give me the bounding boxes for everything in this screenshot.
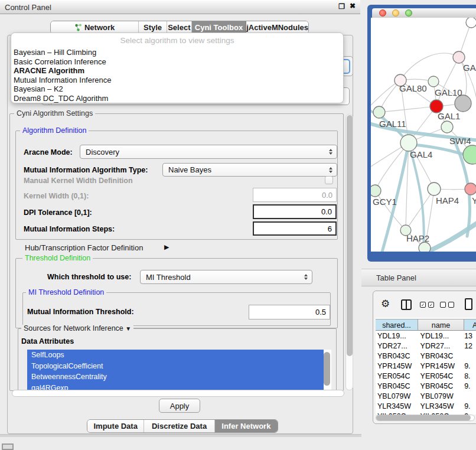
sources-collapse-arrow-icon: ▼ bbox=[125, 325, 131, 332]
file-icon[interactable] bbox=[465, 298, 472, 310]
network-node[interactable] bbox=[441, 121, 453, 133]
network-edge[interactable] bbox=[400, 53, 459, 80]
network-node[interactable] bbox=[453, 51, 465, 63]
network-edge[interactable] bbox=[379, 106, 436, 112]
mi-steps-field[interactable]: 6 bbox=[253, 221, 337, 236]
data-attribute-item[interactable]: gal4RGexp bbox=[27, 383, 324, 391]
table-column-header[interactable]: shared... bbox=[376, 319, 418, 331]
mi-type-combo[interactable]: Naive Bayes bbox=[162, 163, 337, 177]
tab-cyni-toolbox[interactable]: Cyni Toolbox bbox=[192, 21, 247, 34]
network-node[interactable] bbox=[428, 76, 439, 87]
zoom-traffic-light-icon[interactable] bbox=[405, 9, 412, 17]
split-columns-icon[interactable] bbox=[401, 299, 412, 310]
tab-network[interactable]: Network bbox=[51, 21, 139, 34]
float-window-icon[interactable]: ❐ bbox=[338, 2, 345, 11]
sources-title-text: Sources for Network Inference bbox=[24, 324, 123, 332]
settings-vertical-scrollbar-thumb[interactable] bbox=[347, 115, 353, 356]
tab-infer-network[interactable]: Infer Network bbox=[215, 420, 278, 432]
hub-section-label[interactable]: Hub/Transcription Factor Definition bbox=[25, 243, 143, 252]
algorithm-option[interactable]: ARACNE Algorithm bbox=[11, 66, 343, 76]
algorithm-option[interactable]: Mutual Information Inference bbox=[11, 76, 343, 85]
network-node[interactable] bbox=[419, 242, 431, 252]
data-attributes-list[interactable]: SelfLoopsTopologicalCoefficientBetweenne… bbox=[27, 350, 331, 390]
table-row[interactable]: YLR345WYLR345W9. bbox=[376, 402, 476, 412]
table-cell: 9. bbox=[464, 381, 476, 392]
data-attribute-item[interactable]: TopologicalCoefficient bbox=[27, 361, 324, 372]
tab-style[interactable]: Style bbox=[139, 21, 167, 34]
table-cell: YBR043C bbox=[376, 351, 418, 361]
node-label: HAP2 bbox=[406, 233, 429, 243]
tab-label: Cyni Toolbox bbox=[195, 23, 243, 32]
algorithm-popup-prompt: Select algorithm to view settings bbox=[11, 33, 343, 48]
table-row[interactable]: YPR145WYPR145W9. bbox=[376, 361, 476, 371]
close-traffic-light-icon[interactable] bbox=[379, 9, 386, 17]
which-threshold-value: MI Threshold bbox=[146, 273, 191, 282]
apply-button-label: Apply bbox=[170, 402, 190, 410]
tab-label: Style bbox=[144, 23, 162, 32]
network-edge[interactable] bbox=[436, 57, 459, 106]
select-all-checks-icon[interactable]: ✓ ✓ bbox=[420, 302, 434, 308]
minimize-traffic-light-icon[interactable] bbox=[392, 9, 399, 17]
network-node[interactable] bbox=[455, 95, 471, 112]
table-cell: 8. bbox=[464, 371, 476, 381]
network-node[interactable] bbox=[371, 185, 381, 197]
tab-select[interactable]: Select bbox=[167, 21, 192, 34]
kernel-width-field[interactable]: 0.0 bbox=[253, 188, 337, 202]
manual-kernel-checkbox[interactable] bbox=[325, 176, 333, 184]
network-node[interactable] bbox=[466, 18, 476, 28]
tab-label: Discretize Data bbox=[152, 422, 207, 431]
table-row[interactable]: YDL19...YDL19...13 bbox=[376, 331, 476, 341]
close-window-icon[interactable]: ✖ bbox=[350, 2, 356, 10]
table-body: YDL19...YDL19...13YDR27...YDR27...12YBR0… bbox=[376, 331, 476, 415]
table-cell: YPR145W bbox=[418, 361, 464, 371]
table-column-header[interactable]: A bbox=[464, 319, 476, 331]
table-row[interactable]: YBR045CYBR045C9. bbox=[376, 381, 476, 392]
tab-discretize-data[interactable]: Discretize Data bbox=[144, 420, 214, 432]
network-node[interactable] bbox=[465, 183, 476, 195]
network-canvas[interactable]: GALGAL80GAL10GAL1GAL11SWI4GAL4GCY1HAP4YH… bbox=[371, 18, 476, 252]
node-label: HAP4 bbox=[436, 195, 459, 206]
table-cell: YDR27... bbox=[418, 341, 464, 351]
apply-button[interactable]: Apply bbox=[159, 399, 200, 413]
aracne-mode-combo[interactable]: Discovery bbox=[80, 145, 337, 159]
aracne-mode-value: Discovery bbox=[86, 148, 119, 156]
checked-box-icon: ✓ bbox=[420, 302, 426, 308]
table-row[interactable]: YBR043CYBR043C bbox=[376, 351, 476, 361]
hub-expand-arrow-icon[interactable]: ▶ bbox=[164, 243, 169, 251]
tab-impute-data[interactable]: Impute Data bbox=[87, 420, 144, 432]
data-attribute-item[interactable]: BetweennessCentrality bbox=[27, 371, 324, 383]
tab-jactivemnodules[interactable]: jActiveMNodules bbox=[246, 21, 308, 34]
network-node[interactable] bbox=[400, 135, 417, 151]
dpi-tolerance-field[interactable]: 0.0 bbox=[253, 204, 337, 219]
deselect-all-checks-icon[interactable] bbox=[440, 302, 454, 308]
algorithm-option[interactable]: Dream8 DC_TDC Algorithm bbox=[11, 94, 343, 103]
algorithm-option[interactable]: Bayesian – Hill Climbing bbox=[11, 48, 343, 57]
node-label: GAL4 bbox=[410, 149, 432, 159]
settings-group-title: Cyni Algorithm Settings bbox=[14, 110, 95, 118]
settings-horizontal-scrollbar[interactable] bbox=[12, 390, 344, 397]
data-attribute-item[interactable]: SelfLoops bbox=[27, 350, 324, 361]
tab-label: Network bbox=[84, 23, 115, 32]
network-node[interactable] bbox=[463, 145, 476, 164]
algorithm-option[interactable]: Bayesian – K2 bbox=[11, 84, 343, 94]
table-column-header[interactable]: name bbox=[418, 319, 464, 331]
combo-arrows-icon bbox=[329, 149, 332, 155]
network-node[interactable] bbox=[373, 106, 385, 118]
table-horizontal-scrollbar-thumb[interactable] bbox=[376, 415, 471, 420]
table-row[interactable]: YER054CYER054C8. bbox=[376, 371, 476, 381]
table-row[interactable]: YDR27...YDR27...12 bbox=[376, 341, 476, 351]
which-threshold-combo[interactable]: MI Threshold bbox=[140, 270, 312, 284]
sources-group-title[interactable]: Sources for Network Inference ▼ bbox=[21, 325, 133, 332]
mi-threshold-field[interactable]: 0.5 bbox=[249, 305, 330, 319]
collapsed-panel-icon[interactable] bbox=[2, 444, 14, 450]
tab-label: Select bbox=[168, 23, 190, 32]
algorithm-option[interactable]: Basic Correlation Inference bbox=[11, 57, 343, 67]
network-node[interactable] bbox=[428, 182, 441, 195]
table-row[interactable]: YBL079WYBL079W bbox=[376, 392, 476, 402]
table-cell: YLR345W bbox=[376, 402, 418, 412]
table-cell: YBL079W bbox=[376, 392, 418, 402]
gear-icon[interactable]: ⚙ bbox=[381, 298, 390, 310]
manual-kernel-label: Manual Kernel Width Definition bbox=[24, 177, 133, 185]
table-cell: YER054C bbox=[418, 371, 464, 381]
attribute-list-scrollbar-thumb[interactable] bbox=[324, 352, 330, 386]
